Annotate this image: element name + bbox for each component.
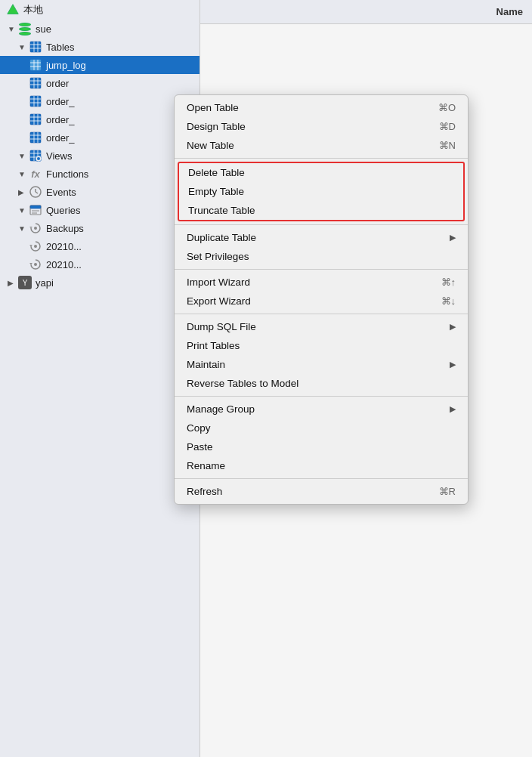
expand-triangle: ▼	[18, 170, 27, 178]
backups-icon	[29, 221, 42, 235]
order4-label: order_	[46, 132, 75, 144]
shortcut-new-table: ⌘N	[439, 140, 456, 151]
sidebar-item-sue[interactable]: ▼ sue	[0, 20, 200, 38]
expand-triangle: ▶	[18, 188, 27, 196]
yapi-icon: Y	[18, 276, 32, 289]
functions-icon: fx	[29, 167, 42, 181]
backup-item-icon	[29, 258, 42, 271]
expand-triangle: ▶	[8, 279, 17, 287]
menu-item-set-privileges[interactable]: Set Privileges	[175, 247, 468, 266]
menu-label-delete-table: Delete Table	[188, 167, 245, 178]
menu-item-new-table[interactable]: New Table ⌘N	[175, 136, 468, 155]
queries-icon	[29, 203, 42, 217]
table-icon	[29, 113, 42, 126]
menu-item-import-wizard[interactable]: Import Wizard ⌘↑	[175, 273, 468, 292]
svg-line-40	[36, 192, 38, 193]
shortcut-import-wizard: ⌘↑	[441, 277, 456, 288]
arrow-icon: ▶	[450, 322, 456, 332]
menu-item-design-table[interactable]: Design Table ⌘D	[175, 117, 468, 136]
menu-label-open-table: Open Table	[187, 102, 239, 113]
sidebar-item-functions[interactable]: ▼ fx Functions	[0, 165, 200, 183]
sidebar-item-events[interactable]: ▶ Events	[0, 183, 200, 201]
name-column-header: Name	[496, 6, 523, 17]
sidebar-item-backup1[interactable]: 20210...	[0, 237, 200, 255]
table-icon	[29, 131, 42, 144]
menu-label-maintain: Maintain	[187, 359, 225, 370]
menu-item-manage-group[interactable]: Manage Group ▶	[175, 400, 468, 419]
expand-triangle: ▼	[8, 25, 17, 33]
menu-label-dump-sql: Dump SQL File	[187, 321, 256, 332]
right-panel-header: Name	[200, 0, 532, 24]
sidebar-item-order4[interactable]: order_	[0, 128, 200, 147]
svg-rect-6	[30, 60, 41, 70]
sidebar-item-order3[interactable]: order_	[0, 110, 200, 128]
sue-label: sue	[36, 23, 51, 35]
sidebar-item-backups[interactable]: ▼ Backups	[0, 219, 200, 237]
sidebar-item-backup2[interactable]: 20210...	[0, 255, 200, 273]
menu-item-open-table[interactable]: Open Table ⌘O	[175, 98, 468, 117]
sidebar-item-views[interactable]: ▼ Views	[0, 147, 200, 165]
backup-item-icon	[29, 239, 42, 253]
order2-label: order_	[46, 96, 75, 107]
sidebar-item-order2[interactable]: order_	[0, 92, 200, 110]
order-label: order	[46, 78, 69, 89]
menu-label-new-table: New Table	[187, 140, 234, 151]
menu-label-set-privileges: Set Privileges	[187, 251, 249, 262]
menu-separator-6	[175, 478, 468, 479]
sidebar-item-yapi[interactable]: ▶ Y yapi	[0, 273, 200, 292]
menu-item-reverse-tables[interactable]: Reverse Tables to Model	[175, 374, 468, 393]
functions-label: Functions	[46, 168, 88, 180]
menu-label-paste: Paste	[187, 441, 213, 453]
expand-triangle: ▼	[18, 224, 27, 233]
expand-triangle: ▼	[18, 43, 27, 51]
menu-item-duplicate-table[interactable]: Duplicate Table ▶	[175, 228, 468, 247]
arrow-icon: ▶	[450, 360, 456, 369]
arrow-icon: ▶	[450, 233, 456, 243]
queries-label: Queries	[46, 205, 81, 216]
menu-label-import-wizard: Import Wizard	[187, 277, 250, 288]
sidebar: 本地 ▼ sue ▼ Tables	[0, 0, 200, 757]
views-label: Views	[46, 150, 72, 162]
svg-marker-0	[8, 5, 18, 14]
menu-item-maintain[interactable]: Maintain ▶	[175, 355, 468, 374]
menu-label-truncate-table: Truncate Table	[188, 205, 255, 216]
menu-item-copy[interactable]: Copy	[175, 419, 468, 437]
shortcut-open-table: ⌘O	[438, 102, 456, 113]
svg-rect-1	[30, 42, 41, 52]
menu-separator-1	[175, 158, 468, 159]
table-icon	[29, 58, 42, 72]
jump-log-label: jump_log	[46, 60, 86, 71]
menu-label-refresh: Refresh	[187, 486, 222, 497]
backup2-label: 20210...	[46, 259, 82, 270]
sidebar-item-jump-log[interactable]: jump_log	[0, 56, 200, 74]
menu-item-truncate-table[interactable]: Truncate Table	[179, 201, 463, 220]
svg-point-46	[34, 245, 37, 248]
yapi-icon-inner: Y	[18, 276, 32, 289]
shortcut-refresh: ⌘R	[439, 486, 456, 497]
table-icon	[29, 94, 42, 108]
menu-label-copy: Copy	[187, 422, 211, 434]
events-label: Events	[46, 187, 76, 198]
menu-label-design-table: Design Table	[187, 121, 246, 132]
menu-item-rename[interactable]: Rename	[175, 456, 468, 475]
menu-item-print-tables[interactable]: Print Tables	[175, 336, 468, 355]
sidebar-item-queries[interactable]: ▼ Queries	[0, 201, 200, 219]
shortcut-design-table: ⌘D	[439, 121, 456, 132]
menu-item-dump-sql[interactable]: Dump SQL File ▶	[175, 317, 468, 336]
tables-label: Tables	[46, 42, 75, 53]
menu-item-paste[interactable]: Paste	[175, 437, 468, 456]
local-label: 本地	[23, 3, 43, 17]
menu-item-delete-table[interactable]: Delete Table	[179, 163, 463, 182]
menu-item-empty-table[interactable]: Empty Table	[179, 182, 463, 201]
sidebar-item-tables[interactable]: ▼ Tables	[0, 38, 200, 56]
sidebar-item-local[interactable]: 本地	[0, 0, 200, 20]
order3-label: order_	[46, 114, 75, 125]
backup1-label: 20210...	[46, 241, 82, 252]
sidebar-item-order[interactable]: order	[0, 74, 200, 92]
table-icon	[29, 76, 42, 90]
menu-item-refresh[interactable]: Refresh ⌘R	[175, 482, 468, 501]
yapi-label: yapi	[36, 277, 54, 289]
shortcut-export-wizard: ⌘↓	[441, 295, 456, 307]
menu-label-duplicate-table: Duplicate Table	[187, 232, 256, 243]
menu-item-export-wizard[interactable]: Export Wizard ⌘↓	[175, 292, 468, 311]
